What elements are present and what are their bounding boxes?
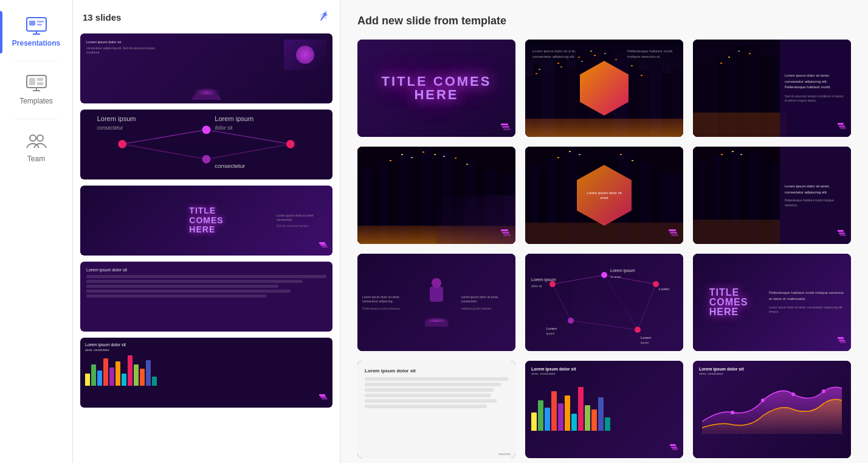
svg-line-17	[207, 144, 291, 159]
svg-rect-128	[557, 157, 559, 158]
svg-line-14	[122, 130, 206, 144]
svg-rect-130	[579, 154, 580, 155]
svg-line-161	[604, 275, 638, 330]
divider-2	[15, 119, 58, 119]
svg-text:dolor sit: dolor sit	[215, 125, 233, 131]
svg-rect-155	[838, 230, 844, 232]
svg-rect-110	[503, 234, 511, 236]
template-card-8[interactable]: Lorem ipsum dolor sit Lorem ipsum sit am…	[525, 254, 683, 351]
slide-panel-header: 13 slides	[80, 10, 332, 25]
svg-rect-2	[37, 21, 44, 23]
svg-rect-57	[590, 50, 592, 52]
svg-rect-27	[322, 246, 328, 248]
template-card-10[interactable]: Lorem ipsum dolor sit	[357, 361, 515, 458]
svg-rect-152	[693, 220, 788, 244]
slide-thumb-2[interactable]: Lorem ipsum consectetur Lorem ipsum dolo…	[80, 110, 332, 179]
svg-rect-176	[840, 341, 846, 343]
template-card-6[interactable]: Lorem ipsum dolor sit amet, consectetur …	[693, 147, 851, 244]
svg-rect-56	[581, 61, 583, 62]
svg-rect-107	[455, 158, 456, 159]
svg-point-20	[202, 155, 211, 164]
svg-line-158	[553, 284, 571, 321]
svg-rect-30	[322, 398, 328, 400]
svg-point-13	[37, 135, 43, 141]
svg-point-182	[731, 411, 734, 414]
sidebar-item-team[interactable]: Team	[0, 122, 72, 172]
svg-rect-111	[502, 232, 509, 234]
svg-rect-131	[620, 154, 622, 155]
svg-point-21	[286, 140, 295, 148]
svg-text:ipsum: ipsum	[641, 341, 649, 344]
svg-rect-29	[319, 242, 325, 244]
svg-rect-181	[670, 444, 676, 446]
svg-rect-134	[671, 234, 678, 236]
main-content: Add new slide from template TITLE COMESH…	[340, 0, 868, 463]
svg-rect-35	[501, 124, 508, 125]
svg-point-12	[30, 135, 36, 141]
svg-text:Lorem ipsum: Lorem ipsum	[610, 268, 635, 273]
svg-rect-77	[738, 50, 740, 52]
svg-rect-150	[732, 151, 734, 152]
svg-rect-52	[539, 69, 540, 70]
slide-thumb-1[interactable]: Lorem ipsum dolor sit consectetur adipis…	[80, 33, 332, 103]
svg-rect-80	[840, 127, 846, 129]
svg-point-185	[822, 389, 825, 393]
svg-point-183	[761, 399, 765, 402]
svg-rect-154	[839, 232, 845, 234]
template-card-9[interactable]: TITLECOMESHERE Pellentesque habitant mor…	[693, 254, 851, 351]
svg-rect-178	[838, 337, 844, 339]
template-card-7[interactable]: Lorem ipsum dolor sit amet, consectetur …	[357, 254, 515, 351]
sidebar-item-templates[interactable]: Templates	[0, 64, 72, 114]
template-card-12[interactable]: Lorem ipsum dolor sit amet, consectetur	[693, 361, 851, 458]
svg-rect-103	[411, 157, 413, 158]
svg-rect-9	[37, 82, 43, 85]
templates-icon	[24, 72, 49, 94]
svg-rect-34	[502, 126, 509, 128]
svg-rect-180	[671, 447, 677, 448]
svg-point-164	[653, 281, 659, 287]
template-card-2[interactable]: Lorem ipsum dolor sit a°et, consectetur …	[525, 40, 683, 137]
template-card-5[interactable]: Lorem ipsum dolor sit amet	[525, 147, 683, 244]
slide-thumb-5[interactable]: Lorem ipsum dolor sit amet, consectetur	[80, 338, 332, 408]
template-card-11[interactable]: Lorem ipsum dolor sit amet, consectetur	[525, 361, 683, 458]
template-card-3[interactable]: Lorem ipsum dolor sit amet, consectetur …	[693, 40, 851, 137]
sidebar: Presentations Templates Team	[0, 0, 73, 463]
svg-rect-78	[749, 53, 751, 54]
svg-line-156	[553, 275, 604, 284]
svg-rect-177	[839, 339, 845, 341]
svg-rect-108	[466, 164, 468, 165]
svg-rect-7	[29, 78, 35, 85]
svg-rect-75	[720, 63, 722, 64]
team-label: Team	[27, 155, 45, 163]
svg-text:Lorem: Lorem	[659, 287, 669, 291]
svg-text:Lorem: Lorem	[641, 336, 651, 339]
slide-thumb-3[interactable]: TITLECOMESHERE Lorem ipsum dolor sit ame…	[80, 186, 332, 256]
svg-rect-54	[560, 66, 562, 68]
svg-rect-60	[615, 59, 617, 60]
presentations-label: Presentations	[12, 39, 60, 47]
svg-text:dolor sit: dolor sit	[531, 284, 542, 288]
svg-rect-59	[604, 53, 606, 54]
slide-panel: 13 slides Lorem ipsum dolor sit consecte…	[73, 0, 340, 463]
svg-rect-33	[503, 128, 511, 130]
svg-rect-81	[839, 125, 845, 127]
svg-rect-129	[569, 151, 571, 152]
svg-rect-58	[594, 55, 596, 56]
template-card-4[interactable]	[357, 147, 515, 244]
svg-rect-31	[320, 396, 326, 398]
svg-rect-53	[557, 63, 559, 64]
svg-rect-136	[669, 229, 676, 231]
svg-line-15	[207, 130, 291, 144]
template-card-1[interactable]: TITLE COMESHERE	[357, 40, 515, 137]
svg-rect-133	[525, 223, 683, 244]
pin-icon[interactable]	[318, 10, 330, 25]
template-grid: TITLE COMESHERE	[357, 40, 851, 458]
svg-rect-105	[434, 154, 436, 155]
page-title: Add new slide from template	[357, 15, 851, 27]
svg-rect-28	[320, 244, 326, 246]
slide-thumb-4[interactable]: Lorem ipsum dolor sit	[80, 262, 332, 332]
svg-text:Lorem ipsum: Lorem ipsum	[215, 115, 253, 122]
svg-rect-79	[693, 113, 787, 137]
sidebar-item-presentations[interactable]: Presentations	[0, 6, 72, 56]
svg-text:consectetur: consectetur	[215, 162, 246, 169]
